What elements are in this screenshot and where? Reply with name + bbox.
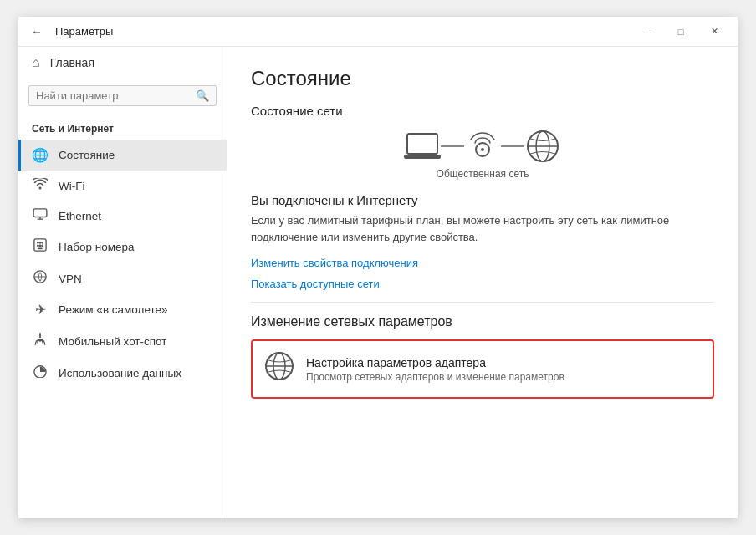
network-label: Общественная сеть (437, 168, 529, 180)
page-title: Состояние (251, 67, 714, 90)
laptop-icon (404, 132, 441, 160)
sidebar-item-label: Состояние (59, 149, 115, 161)
adapter-texts: Настройка параметров адаптера Просмотр с… (306, 356, 564, 383)
dialup-icon (32, 238, 49, 255)
change-settings-heading: Изменение сетевых параметров (251, 314, 714, 329)
svg-point-8 (39, 245, 42, 247)
home-icon: ⌂ (32, 55, 40, 70)
adapter-desc: Просмотр сетевых адаптеров и изменение п… (306, 371, 564, 383)
ethernet-icon (32, 208, 49, 223)
sidebar-item-label: Использование данных (59, 367, 181, 380)
close-button[interactable]: ✕ (697, 17, 731, 47)
maximize-button[interactable]: □ (664, 17, 697, 47)
vpn-icon (32, 270, 49, 287)
home-label: Главная (50, 56, 94, 69)
titlebar: ← Параметры — □ ✕ (18, 17, 738, 47)
status-icon: 🌐 (32, 147, 49, 163)
sidebar-item-label: VPN (59, 273, 82, 285)
svg-point-6 (41, 242, 43, 244)
sidebar-item-label: Wi-Fi (59, 180, 84, 192)
datausage-icon (32, 364, 49, 381)
connected-heading: Вы подключены к Интернету (251, 193, 714, 207)
svg-point-19 (481, 148, 484, 151)
sidebar-item-ethernet[interactable]: Ethernet (18, 201, 227, 231)
window-title: Параметры (55, 25, 631, 38)
main-content: Состояние Состояние сети (227, 47, 738, 518)
sidebar-item-label: Режим «в самолете» (59, 303, 168, 316)
search-icon: 🔍 (196, 89, 209, 102)
content-area: ⌂ Главная 🔍 Сеть и Интернет 🌐 Состояние (18, 47, 738, 518)
svg-rect-0 (33, 209, 47, 217)
window-controls: — □ ✕ (631, 17, 731, 47)
sidebar-item-airplane[interactable]: ✈ Режим «в самолете» (18, 294, 227, 325)
globe-icon (524, 128, 561, 165)
svg-point-5 (39, 242, 42, 244)
line-1 (441, 145, 464, 147)
settings-window: ← Параметры — □ ✕ ⌂ Главная 🔍 (18, 17, 738, 518)
divider (251, 302, 714, 303)
adapter-icon (264, 351, 294, 387)
link-properties[interactable]: Изменить свойства подключения (251, 257, 714, 269)
sidebar-item-status[interactable]: 🌐 Состояние (18, 140, 227, 171)
sidebar-item-label: Набор номера (59, 241, 135, 253)
sidebar-item-home[interactable]: ⌂ Главная (18, 47, 227, 79)
connected-desc: Если у вас лимитный тарифный план, вы мо… (251, 212, 714, 245)
router-icon (464, 131, 501, 161)
sidebar-item-vpn[interactable]: VPN (18, 262, 227, 294)
sidebar-item-dialup[interactable]: Набор номера (18, 231, 227, 262)
adapter-title: Настройка параметров адаптера (306, 356, 564, 369)
sidebar-item-datausage[interactable]: Использование данных (18, 357, 227, 389)
search-box: 🔍 (28, 85, 217, 106)
wifi-icon (32, 178, 49, 193)
line-2 (501, 145, 524, 147)
sidebar: ⌂ Главная 🔍 Сеть и Интернет 🌐 Состояние (18, 47, 227, 518)
svg-point-9 (41, 245, 43, 247)
svg-rect-17 (404, 155, 441, 159)
svg-point-7 (37, 245, 39, 247)
network-status-heading: Состояние сети (251, 104, 714, 118)
svg-rect-10 (38, 248, 42, 250)
sidebar-item-label: Ethernet (59, 210, 101, 222)
svg-rect-16 (407, 134, 437, 154)
airplane-icon: ✈ (32, 302, 49, 318)
sidebar-item-label: Мобильный хот-спот (59, 335, 166, 348)
search-input[interactable] (36, 89, 191, 102)
network-diagram: Общественная сеть (251, 128, 714, 180)
sidebar-item-wifi[interactable]: Wi-Fi (18, 171, 227, 201)
minimize-button[interactable]: — (631, 17, 664, 47)
adapter-card[interactable]: Настройка параметров адаптера Просмотр с… (251, 339, 714, 399)
hotspot-icon (32, 333, 49, 349)
svg-point-4 (37, 242, 39, 244)
sidebar-item-hotspot[interactable]: Мобильный хот-спот (18, 325, 227, 357)
back-button[interactable]: ← (25, 20, 49, 43)
sidebar-section-title: Сеть и Интернет (18, 113, 227, 140)
link-available[interactable]: Показать доступные сети (251, 278, 714, 290)
